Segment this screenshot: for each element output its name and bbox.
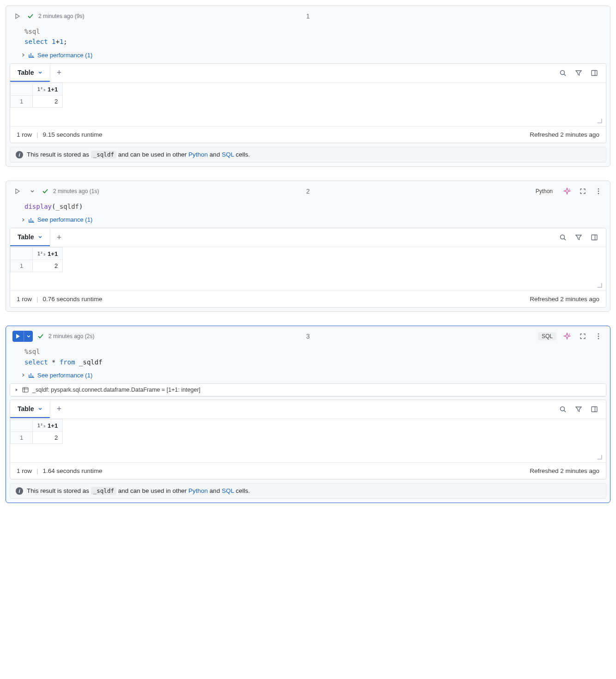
panel-icon[interactable] xyxy=(589,404,599,414)
table-tab[interactable]: Table xyxy=(10,229,50,246)
svg-point-10 xyxy=(598,336,599,337)
add-tab-button[interactable]: + xyxy=(50,228,68,247)
svg-rect-12 xyxy=(23,388,28,392)
svg-rect-16 xyxy=(592,406,597,412)
see-performance-link[interactable]: See performance (1) xyxy=(28,372,92,379)
column-header[interactable]: 1²₃ 1+1 xyxy=(33,248,63,260)
result-block: Table + 1²₃ 1+1 1 xyxy=(10,63,606,143)
result-block: Table + 1²₃ 1+1 1 xyxy=(10,228,606,308)
assistant-sparkle-icon[interactable] xyxy=(562,186,572,196)
svg-rect-7 xyxy=(592,235,597,240)
status-check-icon xyxy=(27,13,34,19)
resize-handle-icon[interactable] xyxy=(596,453,602,460)
run-button[interactable] xyxy=(12,331,24,342)
add-tab-button[interactable]: + xyxy=(50,64,68,82)
table-icon xyxy=(22,387,29,393)
python-link[interactable]: Python xyxy=(188,151,208,158)
python-link[interactable]: Python xyxy=(188,487,208,494)
search-icon[interactable] xyxy=(558,404,568,414)
run-button[interactable] xyxy=(12,186,23,196)
svg-point-0 xyxy=(561,70,565,74)
code-editor[interactable]: %sql select 1+1; xyxy=(6,24,610,50)
row-count: 1 row xyxy=(17,296,32,303)
row-index[interactable]: 1 xyxy=(11,431,33,443)
tab-chevron-down-icon[interactable] xyxy=(38,235,42,239)
table-row: 1 2 xyxy=(11,95,63,107)
notebook-cell: 2 minutes ago (2s) 3 SQL %sql select * f… xyxy=(6,326,610,503)
number-type-icon: 1²₃ xyxy=(37,423,46,428)
svg-point-3 xyxy=(598,188,599,189)
table-tab[interactable]: Table xyxy=(10,64,50,82)
column-header[interactable]: 1²₃ 1+1 xyxy=(33,419,63,431)
row-index-header[interactable] xyxy=(11,419,33,431)
info-icon: i xyxy=(16,151,23,158)
svg-point-11 xyxy=(598,338,599,340)
more-icon[interactable] xyxy=(593,331,604,341)
perf-expand-icon[interactable] xyxy=(21,218,25,222)
filter-icon[interactable] xyxy=(574,232,584,242)
table-row: 1 2 xyxy=(11,431,63,443)
resize-handle-icon[interactable] xyxy=(596,117,602,123)
refreshed-label: Refreshed 2 minutes ago xyxy=(530,296,599,303)
runtime-label: 9.15 seconds runtime xyxy=(43,131,103,138)
tab-chevron-down-icon[interactable] xyxy=(38,70,42,75)
schema-expand-icon[interactable] xyxy=(15,388,18,392)
sql-link[interactable]: SQL xyxy=(222,151,234,158)
table-tab[interactable]: Table xyxy=(10,400,50,418)
info-icon: i xyxy=(16,487,23,495)
resize-handle-icon[interactable] xyxy=(596,281,602,288)
row-index-header[interactable] xyxy=(11,83,33,95)
run-options-button[interactable] xyxy=(24,331,33,342)
bar-chart-icon xyxy=(28,217,35,223)
status-check-icon xyxy=(42,188,48,194)
number-type-icon: 1²₃ xyxy=(37,87,46,92)
assistant-sparkle-icon[interactable] xyxy=(562,331,572,341)
row-index[interactable]: 1 xyxy=(11,260,33,272)
bar-chart-icon xyxy=(28,52,35,58)
sql-link[interactable]: SQL xyxy=(222,487,234,494)
more-icon[interactable] xyxy=(593,186,604,196)
runtime-label: 0.76 seconds runtime xyxy=(43,296,103,303)
cell-timestamp: 2 minutes ago (9s) xyxy=(38,13,84,19)
info-banner: i This result is stored as _sqldf and ca… xyxy=(10,147,606,163)
refreshed-label: Refreshed 2 minutes ago xyxy=(530,131,599,138)
code-editor[interactable]: %sql select * from _sqldf xyxy=(6,345,610,370)
filter-icon[interactable] xyxy=(574,404,584,414)
run-button[interactable] xyxy=(12,11,23,21)
svg-point-9 xyxy=(598,333,599,335)
cell-value[interactable]: 2 xyxy=(33,431,63,443)
cell-chevron-down-icon[interactable] xyxy=(27,186,37,196)
expand-icon[interactable] xyxy=(578,186,588,196)
language-badge[interactable]: SQL xyxy=(538,332,556,340)
perf-expand-icon[interactable] xyxy=(21,373,25,377)
cell-number: 3 xyxy=(306,333,310,340)
info-banner: i This result is stored as _sqldf and ca… xyxy=(10,483,606,499)
language-badge[interactable]: Python xyxy=(532,187,556,195)
result-table: 1²₃ 1+1 1 2 xyxy=(10,83,63,108)
see-performance-link[interactable]: See performance (1) xyxy=(28,216,92,223)
svg-point-6 xyxy=(561,235,565,239)
perf-expand-icon[interactable] xyxy=(21,53,25,57)
filter-icon[interactable] xyxy=(574,68,584,78)
column-header[interactable]: 1²₃ 1+1 xyxy=(33,83,63,95)
row-index-header[interactable] xyxy=(11,248,33,260)
panel-icon[interactable] xyxy=(589,232,599,242)
notebook-cell: 2 minutes ago (1s) 2 Python display(_sql… xyxy=(6,181,610,312)
see-performance-link[interactable]: See performance (1) xyxy=(28,52,92,59)
tab-chevron-down-icon[interactable] xyxy=(38,406,42,411)
search-icon[interactable] xyxy=(558,232,568,242)
row-index[interactable]: 1 xyxy=(11,95,33,107)
svg-point-4 xyxy=(598,190,599,192)
panel-icon[interactable] xyxy=(589,68,599,78)
add-tab-button[interactable]: + xyxy=(50,400,68,418)
row-count: 1 row xyxy=(17,467,32,474)
cell-timestamp: 2 minutes ago (1s) xyxy=(53,188,99,194)
svg-point-5 xyxy=(598,193,599,194)
cell-value[interactable]: 2 xyxy=(33,95,63,107)
expand-icon[interactable] xyxy=(578,331,588,341)
cell-number: 2 xyxy=(306,188,310,195)
code-editor[interactable]: display(_sqldf) xyxy=(6,200,610,214)
cell-value[interactable]: 2 xyxy=(33,260,63,272)
cell-timestamp: 2 minutes ago (2s) xyxy=(48,333,94,340)
search-icon[interactable] xyxy=(558,68,568,78)
